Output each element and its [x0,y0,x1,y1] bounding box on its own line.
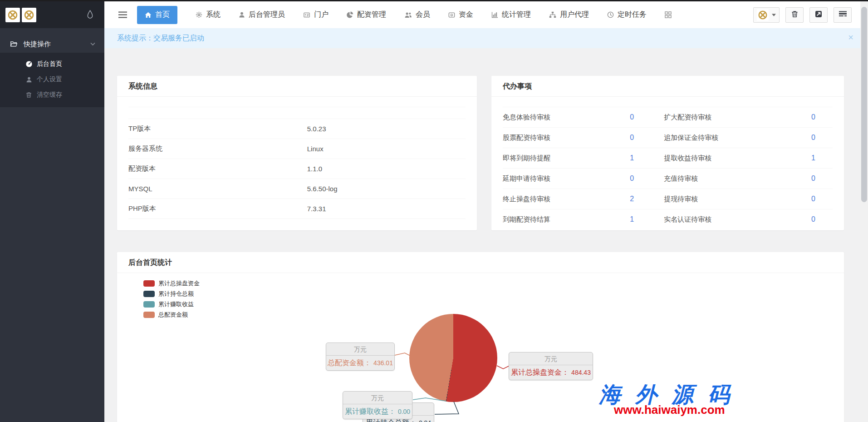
sidebar-item-clear-cache[interactable]: 清空缓存 [0,87,104,103]
legend-swatch [143,301,155,308]
nav-item-agents[interactable]: 用户代理 [549,6,589,24]
bar-chart-icon [491,11,498,18]
todo-label: 追加保证金待审核 [651,128,776,148]
pie-label-total-allocated: 万元 总配资金额：436.01 [326,343,395,371]
todo-count-link[interactable]: 1 [776,148,833,169]
row-label: 服务器系统 [128,139,307,159]
todo-label: 提取收益待审核 [651,148,776,169]
system-info-card: 系统信息 TP版本5.0.23 服务器系统Linux 配资版本1.1.0 MYS… [117,76,477,230]
sidebar-item-dashboard[interactable]: 后台首页 [0,56,104,72]
todo-count-link[interactable]: 0 [776,169,833,189]
todo-label: 实名认证待审核 [651,209,776,230]
window-top-strip [0,0,868,1]
todo-count-link[interactable]: 0 [776,107,833,128]
sidebar-group-quick-actions[interactable]: 快捷操作 [0,35,104,53]
nav-item-home[interactable]: 首页 [137,6,177,24]
nav-item-label: 用户代理 [560,10,589,20]
topbar: 首页 系统 后台管理员 门户 配资管理 会员 [104,0,868,28]
sidebar-logo-area [0,0,104,28]
trash-icon [25,92,33,98]
system-alert: 系统提示：交易服务已启动 × [104,28,868,48]
todo-count-link[interactable]: 2 [602,189,651,209]
sidebar: 快捷操作 后台首页 个人设置 清空缓存 [0,0,104,422]
row-label [128,107,307,119]
todo-count-link[interactable]: 0 [602,107,651,128]
pie-chart[interactable] [409,314,497,402]
nav-item-portal[interactable]: 门户 [303,6,329,24]
id-card-icon [303,12,310,18]
legend-item[interactable]: 累计持仓总额 [143,291,200,297]
scrollbar-thumb[interactable] [861,7,867,202]
table-row: 终止操盘待审核2提现待审核0 [503,189,833,209]
nav-item-admin[interactable]: 后台管理员 [239,6,285,24]
pie-label-total-operated: 万元 累计总操盘资金：484.43 [509,352,593,380]
folder-open-icon [10,40,18,48]
watermark-url: www.haiwaiym.com [614,403,725,417]
list-menu-icon [839,11,847,19]
nav-item-cron[interactable]: 定时任务 [607,6,647,24]
close-icon[interactable]: × [848,33,853,42]
legend-label: 累计赚取收益 [158,300,194,308]
nav-item-members[interactable]: 会员 [404,6,430,24]
todo-count-link[interactable]: 1 [602,148,651,169]
todo-count-link[interactable]: 0 [776,128,833,148]
droplet-icon [87,10,93,20]
nav-item-label: 系统 [206,10,221,20]
legend-item[interactable]: 累计赚取收益 [143,301,200,308]
more-menu-button[interactable] [834,7,852,23]
trash-icon [791,10,798,20]
label-value: 484.43 [571,369,591,376]
nav-item-stats[interactable]: 统计管理 [491,6,531,24]
legend-swatch [143,280,155,287]
external-link-icon [815,10,822,20]
todo-count-link[interactable]: 0 [602,128,651,148]
system-info-table: TP版本5.0.23 服务器系统Linux 配资版本1.1.0 MYSQL5.6… [128,107,466,219]
todo-count-link[interactable]: 0 [776,209,833,230]
table-row: MYSQL5.6.50-log [128,179,466,199]
nav-item-label: 资金 [459,10,473,20]
nav-item-system[interactable]: 系统 [196,6,221,24]
legend-item[interactable]: 累计总操盘资金 [143,280,200,287]
todo-count-link[interactable]: 0 [602,169,651,189]
nav-item-label: 后台管理员 [249,10,285,20]
todo-label: 充值待审核 [651,169,776,189]
brand-logo-small [22,8,36,22]
nav-item-allocation[interactable]: 配资管理 [347,6,386,24]
nav-item-label: 定时任务 [618,10,647,20]
pie-chart-icon [347,11,353,18]
row-label: TP版本 [128,119,307,139]
legend-label: 累计持仓总额 [158,290,194,298]
nav-item-funds[interactable]: 资金 [448,6,473,24]
table-row: 配资版本1.1.0 [128,159,466,179]
main-nav: 首页 系统 后台管理员 门户 配资管理 会员 [137,6,693,24]
todo-table: 免息体验待审核0扩大配资待审核0 股票配资待审核0追加保证金待审核0 即将到期待… [503,107,833,230]
row-value: 1.1.0 [307,159,466,179]
clear-cache-button[interactable] [785,7,804,23]
legend-item[interactable]: 总配资金额 [143,312,200,318]
legend-swatch [143,312,155,318]
row-label: MYSQL [128,179,307,199]
table-row: 延期申请待审核0充值待审核0 [503,169,833,189]
todo-count-link[interactable]: 1 [602,209,651,230]
label-value: 436.01 [373,359,393,367]
page-scrollbar [860,1,868,422]
row-label: 配资版本 [128,159,307,179]
nav-item-apps[interactable] [665,6,675,24]
open-frontend-button[interactable] [809,7,828,23]
sidebar-group-label: 快捷操作 [24,40,51,49]
row-value: 5.0.23 [307,119,466,139]
avatar [757,9,769,21]
hamburger-menu-icon[interactable] [118,11,127,18]
sidebar-item-label: 后台首页 [37,60,62,68]
legend-swatch [143,291,155,297]
brand-logo [5,8,20,22]
avatar-dropdown-button[interactable] [753,7,780,23]
todo-label: 股票配资待审核 [503,128,602,148]
table-row: 服务器系统Linux [128,139,466,159]
todo-count-link[interactable]: 0 [776,189,833,209]
sidebar-item-profile[interactable]: 个人设置 [0,72,104,87]
user-icon [239,11,245,18]
pie-label-total-earned: 万元 累计赚取收益：0.00 [343,391,412,419]
todo-card: 代办事项 免息体验待审核0扩大配资待审核0 股票配资待审核0追加保证金待审核0 … [491,76,844,230]
label-name: 累计总操盘资金 [511,368,562,376]
